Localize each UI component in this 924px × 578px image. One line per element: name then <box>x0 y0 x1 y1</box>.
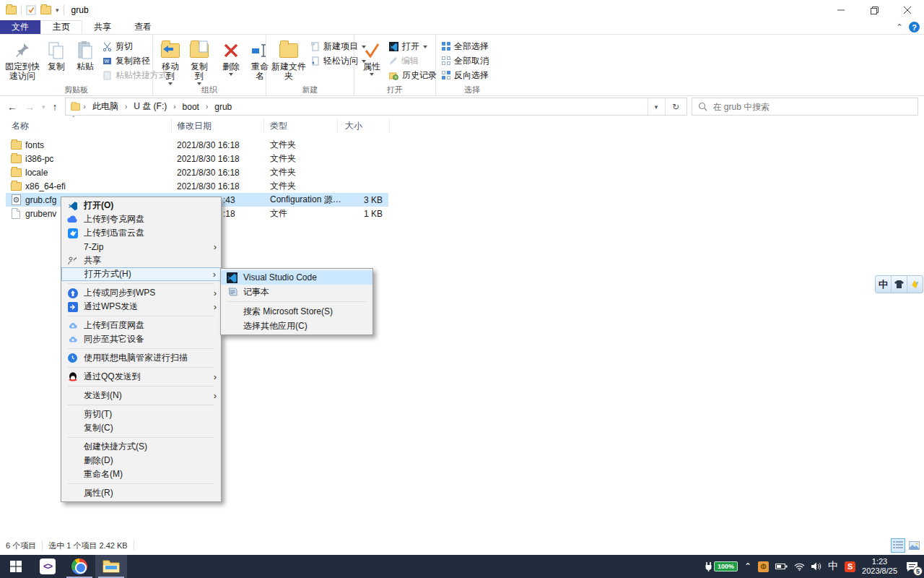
breadcrumb-bar[interactable]: › 此电脑 › U 盘 (F:) › boot › grub ▾ ↻ <box>65 98 687 116</box>
copy-to-button[interactable]: 复制到 <box>185 38 214 87</box>
menu-item-send-wps[interactable]: 通过WPS发送 › <box>61 300 221 314</box>
menu-item-upload-quark[interactable]: 上传到夸克网盘 <box>61 212 221 226</box>
menu-item-share[interactable]: 共享 <box>61 254 221 267</box>
close-button[interactable] <box>891 0 924 20</box>
taskbar-chrome-button[interactable] <box>64 555 95 578</box>
menu-item-7zip[interactable]: 7-Zip › <box>61 240 221 254</box>
search-box[interactable] <box>692 98 918 116</box>
menu-item-upload-baidu[interactable]: 上传到百度网盘 <box>61 319 221 332</box>
file-name: i386-pc <box>25 152 53 165</box>
submenu-item-choose-other-app[interactable]: 选择其他应用(C) <box>221 319 372 333</box>
menu-item-open[interactable]: 打开(O) <box>61 199 221 212</box>
menu-item-properties[interactable]: 属性(R) <box>61 486 221 500</box>
submenu-arrow-icon: › <box>208 392 217 400</box>
power-battery-indicator[interactable]: 100% <box>705 561 738 571</box>
menu-item-upload-wps[interactable]: 上传或同步到WPS › <box>61 286 221 300</box>
invert-selection-button[interactable]: 反向选择 <box>439 68 492 82</box>
file-row-x86-64-efi[interactable]: x86_64-efi 2021/8/30 16:18 文件夹 <box>6 179 388 193</box>
recent-locations-icon[interactable]: ▾ <box>42 103 45 111</box>
back-button[interactable]: ← <box>7 101 17 113</box>
menu-item-cut[interactable]: 剪切(T) <box>61 407 221 421</box>
edit-button[interactable]: 编辑 <box>386 53 440 68</box>
folder-icon <box>11 168 22 177</box>
menu-item-send-qq[interactable]: 通过QQ发送到 › <box>61 370 221 384</box>
menu-item-lenovo-scan[interactable]: 使用联想电脑管家进行扫描 <box>61 351 221 365</box>
search-input[interactable] <box>713 102 912 112</box>
tray-app-icon[interactable]: Φ <box>758 561 769 572</box>
action-center-icon[interactable]: 5 <box>904 558 920 574</box>
help-icon[interactable]: ? <box>909 22 920 33</box>
menu-item-open-with[interactable]: 打开方式(H) › <box>61 267 221 281</box>
tray-clock[interactable]: 1:23 2023/8/25 <box>862 557 897 576</box>
submenu-item-search-store[interactable]: 搜索 Microsoft Store(S) <box>221 304 372 319</box>
select-all-button[interactable]: 全部选择 <box>439 39 492 53</box>
ime-skin-icon[interactable] <box>891 276 907 293</box>
share-icon <box>61 256 84 265</box>
breadcrumb-grub[interactable]: grub <box>211 102 235 112</box>
select-none-button[interactable]: 全部取消 <box>439 53 492 68</box>
column-header-name[interactable]: 名称 <box>12 120 29 132</box>
quick-access-toolbar: ▾ grub <box>0 5 89 15</box>
address-dropdown-icon[interactable]: ▾ <box>648 98 665 115</box>
copy-path-icon: W <box>103 56 112 66</box>
delete-button[interactable]: 删除 <box>217 38 245 77</box>
minimize-button[interactable] <box>824 0 858 20</box>
ime-indicator[interactable]: 中 <box>828 560 838 573</box>
details-view-button[interactable] <box>891 538 905 553</box>
move-to-button[interactable]: 移动到 <box>156 38 185 87</box>
file-date: 2021/8/30 16:18 <box>177 179 240 193</box>
copy-button[interactable]: 复制 <box>42 38 71 73</box>
tab-home[interactable]: 主页 <box>40 20 82 34</box>
open-button[interactable]: 打开 <box>386 39 440 53</box>
taskbar-explorer-button[interactable] <box>95 555 127 578</box>
breadcrumb-usb-drive[interactable]: U 盘 (F:) <box>130 100 170 113</box>
column-header-date[interactable]: 修改日期 <box>177 120 212 132</box>
forward-button[interactable]: → <box>25 101 35 113</box>
history-icon <box>389 71 398 80</box>
battery-icon[interactable] <box>775 563 788 570</box>
start-button[interactable] <box>0 555 32 578</box>
menu-item-delete[interactable]: 删除(D) <box>61 454 221 467</box>
submenu-item-notepad[interactable]: 记事本 <box>221 285 372 299</box>
up-button[interactable]: ↑ <box>53 101 58 113</box>
new-folder-quick-icon[interactable] <box>40 6 51 14</box>
tab-share[interactable]: 共享 <box>82 20 123 34</box>
easy-access-icon <box>311 56 320 66</box>
restore-button[interactable] <box>858 0 891 20</box>
column-header-size[interactable]: 大小 <box>345 120 362 132</box>
qat-dropdown-icon[interactable]: ▾ <box>56 7 59 14</box>
taskbar-code-editor-button[interactable]: <> <box>32 555 64 578</box>
open-with-submenu: Visual Studio Code 记事本 搜索 Microsoft Stor… <box>220 268 373 335</box>
menu-item-upload-xunlei[interactable]: 上传到迅雷云盘 <box>61 226 221 240</box>
speaker-icon[interactable] <box>811 562 821 571</box>
collapse-ribbon-icon[interactable]: ⌃ <box>896 22 903 33</box>
file-row-i386-pc[interactable]: i386-pc 2021/8/30 16:18 文件夹 <box>6 152 388 165</box>
menu-item-sync-other-devices[interactable]: 同步至其它设备 <box>61 332 221 346</box>
thumbnail-view-button[interactable] <box>907 538 921 553</box>
menu-item-copy[interactable]: 复制(C) <box>61 421 221 435</box>
new-folder-button[interactable]: 新建文件夹 <box>269 38 308 82</box>
properties-quick-icon[interactable] <box>26 5 36 15</box>
wifi-icon[interactable] <box>794 563 805 571</box>
menu-item-send-to[interactable]: 发送到(N) › <box>61 389 221 402</box>
file-explorer-icon <box>103 559 120 574</box>
hidden-icons-chevron[interactable]: ⌃ <box>744 561 751 571</box>
tab-file[interactable]: 文件 <box>0 20 40 34</box>
file-row-fonts[interactable]: fonts 2021/8/30 16:18 文件夹 <box>6 138 388 152</box>
column-header-type[interactable]: 类型 <box>270 120 287 132</box>
sogou-logo-icon[interactable] <box>907 276 923 293</box>
tab-view[interactable]: 查看 <box>123 20 163 34</box>
pin-to-quick-access-button[interactable]: 固定到快速访问 <box>3 38 42 82</box>
submenu-item-vscode[interactable]: Visual Studio Code <box>221 270 372 285</box>
file-row-locale[interactable]: locale 2021/8/30 16:18 文件夹 <box>6 165 388 179</box>
refresh-icon[interactable]: ↻ <box>665 98 687 115</box>
ime-mode-button[interactable]: 中 <box>876 276 891 293</box>
menu-item-rename[interactable]: 重命名(M) <box>61 467 221 481</box>
history-button[interactable]: 历史记录 <box>386 68 440 82</box>
paste-button[interactable]: 粘贴 <box>71 38 100 73</box>
sogou-tray-icon[interactable]: S <box>845 561 855 572</box>
breadcrumb-boot[interactable]: boot <box>179 102 203 112</box>
properties-button[interactable]: 属性 <box>357 38 386 77</box>
menu-item-create-shortcut[interactable]: 创建快捷方式(S) <box>61 440 221 454</box>
breadcrumb-this-pc[interactable]: 此电脑 <box>89 100 122 113</box>
